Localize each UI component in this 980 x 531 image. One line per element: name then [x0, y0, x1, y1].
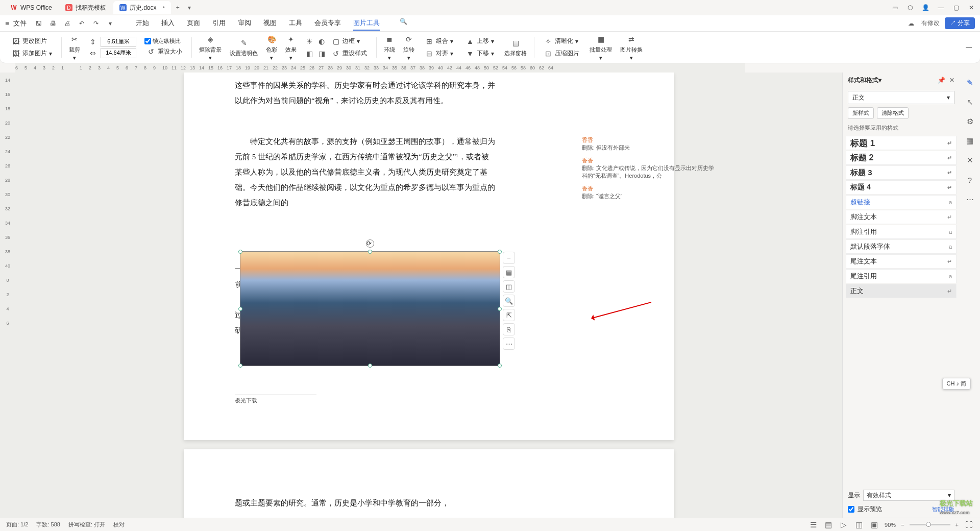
view-print-icon[interactable]: ▤: [823, 520, 834, 530]
current-style-select[interactable]: 正文▾: [848, 91, 954, 104]
zoom-slider[interactable]: [910, 524, 950, 525]
gallery-icon[interactable]: ▦: [965, 136, 975, 146]
add-picture-button[interactable]: 🖼添加图片 ▾: [9, 48, 54, 59]
save-icon[interactable]: 🖫: [34, 18, 44, 29]
wrap-button[interactable]: ≣环绕 ▾: [381, 33, 398, 62]
templates-tab[interactable]: D 找稻壳模板: [59, 1, 112, 14]
clear-format-button[interactable]: 清除格式: [877, 107, 909, 119]
cube-icon[interactable]: ⬡: [905, 3, 915, 12]
inserted-image[interactable]: ⟳ − ▤ ◫ 🔍 ⇱ ⎘ ⋯: [240, 251, 500, 366]
page-indicator[interactable]: 页面: 1/2: [6, 521, 28, 528]
zoom-value[interactable]: 90%: [885, 522, 896, 528]
img-zoom-out-button[interactable]: −: [503, 252, 515, 264]
fit-icon[interactable]: ⛶: [964, 520, 974, 530]
reset-size-button[interactable]: ↺重设大小: [144, 46, 184, 57]
width-input[interactable]: [101, 48, 136, 58]
share-button[interactable]: ↗ 分享: [945, 17, 975, 29]
brightness-icon[interactable]: ☀: [305, 37, 314, 46]
hamburger-icon[interactable]: ≡: [5, 19, 9, 28]
search-icon[interactable]: 🔍: [398, 16, 408, 27]
print-preview-icon[interactable]: 🖨: [62, 18, 72, 29]
view-web-icon[interactable]: ◫: [854, 520, 864, 530]
tab-reference[interactable]: 引用: [212, 16, 226, 31]
reflection-icon[interactable]: ◨: [317, 49, 326, 58]
tab-view[interactable]: 视图: [263, 16, 277, 31]
move-down-button[interactable]: ▼下移 ▾: [463, 48, 496, 59]
resize-handle-s[interactable]: [368, 364, 372, 368]
color-button[interactable]: 🎨色彩 ▾: [263, 33, 280, 62]
resize-handle-sw[interactable]: [238, 364, 242, 368]
style-item[interactable]: 标题 1↵: [846, 136, 957, 150]
resize-handle-ne[interactable]: [498, 250, 502, 254]
rotate-button[interactable]: ⟳旋转 ▾: [400, 33, 418, 62]
style-item[interactable]: 标题 2↵: [846, 151, 957, 165]
crop-button[interactable]: ✂裁剪 ▾: [66, 33, 83, 62]
horizontal-ruler[interactable]: 6543211234567891011121314151617181920212…: [15, 63, 745, 73]
resize-handle-n[interactable]: [368, 250, 372, 254]
contrast-icon[interactable]: ◐: [317, 37, 326, 46]
close-panel-icon[interactable]: ✕: [949, 77, 954, 84]
img-crop-button[interactable]: ◫: [503, 280, 515, 293]
img-export-button[interactable]: ⇱: [503, 309, 515, 321]
tab-picture-tools[interactable]: 图片工具: [353, 16, 380, 31]
cursor-icon[interactable]: ↖: [965, 97, 975, 107]
tab-page[interactable]: 页面: [187, 16, 200, 31]
app-tab[interactable]: W WPS Office: [4, 1, 58, 14]
batch-button[interactable]: ▦批量处理 ▾: [586, 33, 615, 62]
selection-pane-button[interactable]: ▤选择窗格: [501, 36, 530, 58]
style-item[interactable]: 脚注文本↵: [846, 210, 957, 224]
rotate-handle[interactable]: ⟳: [366, 239, 374, 248]
document-tab[interactable]: W 历史.docx •: [113, 1, 171, 14]
align-button[interactable]: ⊟对齐 ▾: [423, 48, 455, 59]
layout-icon[interactable]: ▭: [890, 3, 899, 12]
tab-dropdown[interactable]: ▾: [184, 4, 195, 11]
new-style-button[interactable]: 新样式: [848, 107, 874, 119]
file-menu[interactable]: 文件: [13, 19, 27, 28]
tab-insert[interactable]: 插入: [161, 16, 175, 31]
zoom-in-button[interactable]: +: [955, 522, 959, 528]
style-item[interactable]: 正文↵: [846, 284, 957, 298]
img-more-button[interactable]: ⋯: [503, 337, 515, 350]
tools-icon[interactable]: ✕: [965, 155, 975, 165]
comment-3[interactable]: 香香 删除: “谎言之父”: [582, 185, 715, 200]
resize-handle-se[interactable]: [498, 364, 502, 368]
resize-handle-nw[interactable]: [238, 250, 242, 254]
remove-bg-button[interactable]: ◈抠除背景 ▾: [196, 33, 225, 62]
view-outline-icon[interactable]: ☰: [808, 520, 818, 530]
close-button[interactable]: ✕: [967, 3, 976, 12]
comment-1[interactable]: 香香 删除: 但没有外部来: [582, 136, 715, 152]
word-count[interactable]: 字数: 588: [36, 521, 60, 528]
ime-indicator[interactable]: CH ♪ 简: [942, 378, 971, 390]
tab-tools[interactable]: 工具: [289, 16, 302, 31]
zoom-out-button[interactable]: −: [901, 522, 904, 528]
style-item[interactable]: 尾注文本↵: [846, 254, 957, 269]
spellcheck-status[interactable]: 拼写检查: 打开: [68, 521, 105, 528]
resize-handle-w[interactable]: [238, 307, 242, 311]
qat-dropdown[interactable]: ▾: [105, 18, 115, 29]
view-read-icon[interactable]: ▷: [839, 520, 849, 530]
style-item[interactable]: 标题 4↵: [846, 180, 957, 195]
convert-button[interactable]: ⇄图片转换 ▾: [617, 33, 646, 62]
tab-start[interactable]: 开始: [136, 16, 149, 31]
vertical-ruler[interactable]: 14161820222426283032343638400246: [0, 73, 15, 518]
tab-review[interactable]: 审阅: [238, 16, 251, 31]
avatar-icon[interactable]: 👤: [921, 3, 930, 12]
compress-button[interactable]: ⊡压缩图片: [542, 48, 581, 59]
document-area[interactable]: 这些事件的因果关系的学科。历史学家有时会通过讨论该学科的研究本身，并以此作为对当…: [15, 73, 842, 518]
style-item[interactable]: 标题 3↵: [846, 165, 957, 180]
preview-checkbox[interactable]: [848, 506, 854, 513]
img-layout-button[interactable]: ▤: [503, 266, 515, 278]
change-picture-button[interactable]: 🖼更改图片: [9, 36, 54, 47]
minimize-button[interactable]: —: [936, 3, 945, 12]
redo-icon[interactable]: ↷: [91, 18, 101, 29]
edit-icon[interactable]: ✎: [965, 78, 975, 88]
more-icon[interactable]: ⋯: [965, 194, 975, 204]
img-zoom-button[interactable]: 🔍: [503, 295, 515, 307]
tab-member[interactable]: 会员专享: [314, 16, 341, 31]
reset-style-button[interactable]: ↺重设样式: [329, 48, 369, 59]
collapse-ribbon-button[interactable]: —: [964, 43, 974, 52]
style-item[interactable]: 脚注引用a: [846, 225, 957, 239]
pin-icon[interactable]: 📌: [938, 77, 945, 84]
help-icon[interactable]: ?: [965, 175, 975, 185]
transparent-button[interactable]: ✎设置透明色: [227, 36, 261, 58]
